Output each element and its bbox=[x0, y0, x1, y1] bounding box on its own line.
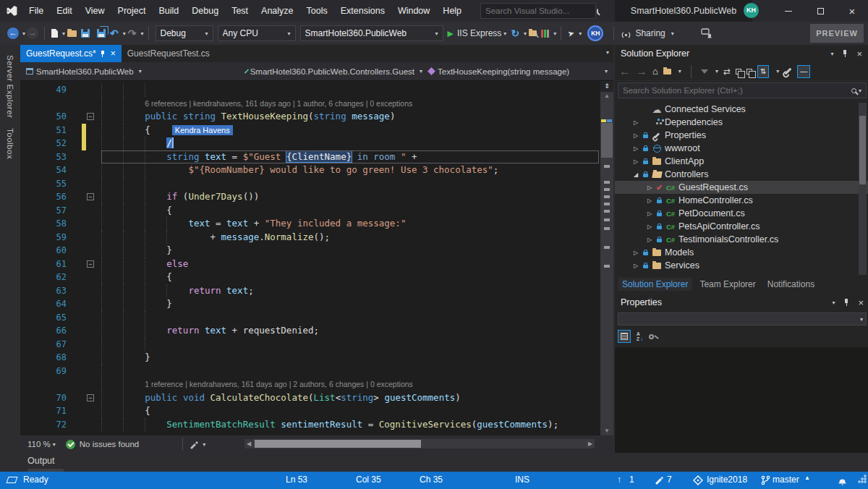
scrollbar-thumb[interactable] bbox=[255, 440, 421, 448]
split-editor-handle[interactable]: ⇕ bbox=[600, 81, 613, 92]
editor-tab[interactable]: GuestRequest.cs*× bbox=[20, 45, 122, 62]
collapse-icon[interactable]: − bbox=[87, 113, 94, 120]
tab-list-dropdown-icon[interactable]: ▾ bbox=[606, 49, 609, 56]
menu-window[interactable]: Window bbox=[391, 0, 436, 22]
tree-item-properties[interactable]: ▷Properties bbox=[615, 129, 868, 142]
close-icon[interactable]: × bbox=[858, 297, 864, 308]
collapse-all-button[interactable] bbox=[736, 69, 741, 75]
menu-file[interactable]: File bbox=[22, 0, 50, 22]
live-unit-testing-button[interactable] bbox=[541, 30, 549, 38]
maximize-button[interactable] bbox=[804, 0, 836, 22]
chevron-down-icon[interactable]: ▾ bbox=[524, 30, 527, 37]
pending-changes-count[interactable]: 7 bbox=[667, 475, 672, 485]
chevron-down-icon[interactable]: ▾ bbox=[22, 30, 25, 37]
codelens-info[interactable]: 1 reference | kendrahavens, 161 days ago… bbox=[145, 380, 413, 388]
resize-grip[interactable] bbox=[858, 475, 867, 483]
tree-expand-icon[interactable]: ▷ bbox=[644, 197, 655, 204]
tree-item-connected-services[interactable]: ☁Connected Services bbox=[615, 103, 868, 116]
open-file-button[interactable] bbox=[67, 30, 77, 37]
tree-scrollbar[interactable] bbox=[859, 103, 867, 275]
tree-expand-icon[interactable]: ▷ bbox=[631, 250, 641, 256]
scroll-right-icon[interactable]: ▶ bbox=[586, 439, 595, 448]
background-tasks-icon[interactable] bbox=[7, 477, 18, 483]
branch-name[interactable]: master bbox=[773, 475, 799, 485]
back-button[interactable]: ← bbox=[619, 65, 631, 78]
scroll-up-icon[interactable]: ▲ bbox=[600, 93, 613, 99]
startup-project-dropdown[interactable]: SmartHotel360.PublicWeb▾ bbox=[300, 25, 443, 41]
solution-configuration-dropdown[interactable]: Debug▾ bbox=[156, 25, 213, 41]
switch-views-button[interactable] bbox=[663, 69, 671, 75]
undo-button[interactable]: ↶ bbox=[110, 27, 119, 39]
toolbox-tab[interactable]: Toolbox bbox=[6, 128, 14, 159]
toolbar-overflow-icon[interactable]: ▾ bbox=[553, 30, 556, 37]
menu-test[interactable]: Test bbox=[225, 0, 255, 22]
tab-solution-explorer[interactable]: Solution Explorer bbox=[618, 278, 692, 291]
refresh-button[interactable]: ↻ bbox=[511, 27, 519, 39]
bell-icon[interactable] bbox=[838, 475, 847, 485]
tree-expand-icon[interactable]: ▷ bbox=[644, 237, 655, 243]
sharing-button[interactable]: Sharing▾ bbox=[621, 28, 673, 38]
solution-explorer-search-input[interactable] bbox=[623, 86, 851, 95]
editor-tab[interactable]: GuestRequestTest.cs bbox=[122, 45, 216, 62]
status-character[interactable]: Ch 35 bbox=[420, 475, 443, 485]
menu-help[interactable]: Help bbox=[436, 0, 468, 22]
categorized-button[interactable] bbox=[618, 330, 631, 343]
horizontal-scrollbar[interactable]: ◀ ▶ bbox=[244, 439, 595, 448]
new-file-button[interactable] bbox=[51, 29, 58, 38]
code-cleanup-icon[interactable] bbox=[189, 440, 199, 449]
scroll-left-icon[interactable]: ◀ bbox=[244, 439, 253, 448]
tree-item-petdocument-cs[interactable]: ▷C#PetDocument.cs bbox=[615, 207, 868, 220]
chevron-down-icon[interactable]: ▾ bbox=[141, 30, 144, 37]
user-avatar[interactable]: KH bbox=[744, 3, 759, 18]
toolbar-overflow-icon[interactable]: ▾ bbox=[579, 30, 582, 37]
close-icon[interactable]: × bbox=[111, 48, 116, 59]
tree-expand-icon[interactable]: ▷ bbox=[644, 211, 655, 217]
navigate-forward-button[interactable]: → bbox=[27, 27, 38, 39]
status-column[interactable]: Col 35 bbox=[356, 475, 381, 485]
tree-item-wwwroot[interactable]: ▷wwwroot bbox=[615, 142, 868, 155]
forward-button[interactable]: → bbox=[636, 65, 647, 78]
menu-tools[interactable]: Tools bbox=[300, 0, 334, 22]
zoom-level-dropdown[interactable]: 110 % bbox=[27, 440, 51, 448]
filter-button[interactable] bbox=[701, 69, 708, 74]
codelens-info[interactable]: 6 references | kendrahavens, 161 days ag… bbox=[145, 99, 412, 108]
tree-collapse-icon[interactable]: ◢ bbox=[631, 171, 641, 178]
tree-item-petsapicontroller-cs[interactable]: ▷C#PetsApiController.cs bbox=[615, 220, 868, 233]
menu-debug[interactable]: Debug bbox=[185, 0, 225, 22]
collapse-icon[interactable]: − bbox=[87, 394, 94, 401]
tree-item-models[interactable]: ▷Models bbox=[615, 246, 868, 259]
tree-item-dependencies[interactable]: ▷Dependencies bbox=[615, 116, 868, 129]
pin-icon[interactable] bbox=[842, 50, 848, 57]
tree-item-testimonialscontroller-cs[interactable]: ▷C#TestimonialsController.cs bbox=[615, 233, 868, 246]
tree-item-services[interactable]: ▷Services bbox=[615, 259, 868, 272]
tree-item-controllers[interactable]: ◢Controllers bbox=[615, 168, 868, 181]
branch-picker-caret[interactable]: ▲ bbox=[804, 475, 810, 481]
menu-extensions[interactable]: Extensions bbox=[334, 0, 391, 22]
code-pane[interactable]: 496 references | kendrahavens, 161 days … bbox=[20, 81, 613, 435]
breadcrumb-project[interactable]: SmartHotel360.PublicWeb ▾ bbox=[20, 67, 240, 76]
pending-changes-icon[interactable] bbox=[655, 476, 664, 485]
tab-notifications[interactable]: Notifications bbox=[763, 278, 819, 291]
health-indicator-icon[interactable] bbox=[66, 440, 75, 449]
property-pages-button[interactable] bbox=[649, 334, 654, 339]
preview-button[interactable]: PREVIEW bbox=[810, 24, 864, 43]
home-button[interactable]: ⌂ bbox=[652, 66, 658, 77]
menu-edit[interactable]: Edit bbox=[50, 0, 79, 22]
status-line[interactable]: Ln 53 bbox=[286, 475, 307, 485]
tree-expand-icon[interactable]: ▷ bbox=[631, 263, 641, 269]
tree-item-guestrequest-cs[interactable]: ▷✔C#GuestRequest.cs bbox=[615, 181, 868, 194]
tree-expand-icon[interactable]: ▷ bbox=[631, 132, 641, 139]
repository-icon[interactable] bbox=[693, 475, 703, 485]
select-element-button[interactable]: ➤ bbox=[567, 28, 576, 39]
breadcrumb-type[interactable]: SmartHotel360.PublicWeb.Controllers.Gues… bbox=[240, 67, 422, 76]
issues-label[interactable]: No issues found bbox=[80, 440, 139, 448]
navigate-back-button[interactable]: ← bbox=[7, 27, 19, 39]
push-arrow-icon[interactable]: ↑ bbox=[617, 475, 621, 485]
chevron-down-icon[interactable]: ▾ bbox=[715, 68, 718, 75]
collapse-icon[interactable]: − bbox=[87, 260, 94, 268]
track-active-item-button[interactable]: — bbox=[797, 65, 810, 78]
refresh-button[interactable]: ⇄ bbox=[723, 67, 731, 77]
close-button[interactable]: × bbox=[836, 0, 868, 22]
minimize-button[interactable] bbox=[773, 0, 804, 22]
window-position-dropdown-icon[interactable]: ▾ bbox=[830, 51, 833, 57]
